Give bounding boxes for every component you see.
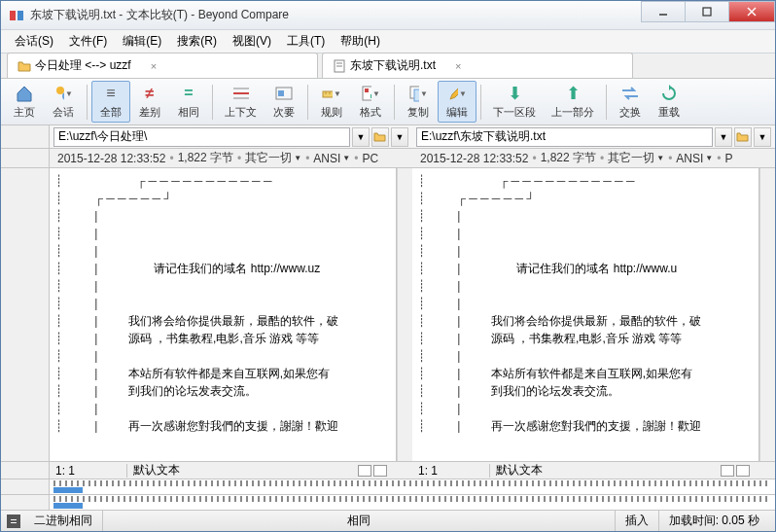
all-button[interactable]: ≡全部 bbox=[91, 81, 130, 123]
minor-icon bbox=[274, 86, 294, 101]
left-path-input[interactable] bbox=[53, 127, 350, 147]
thumbnail-gutter[interactable] bbox=[1, 168, 50, 461]
app-window: 东坡下载说明.txt - 文本比较(T) - Beyond Compare 会话… bbox=[0, 0, 776, 532]
format-icon bbox=[361, 85, 371, 102]
svg-rect-24 bbox=[414, 89, 419, 101]
tab-close-icon[interactable]: × bbox=[455, 60, 461, 72]
left-size: 1,822 字节 bbox=[178, 150, 233, 166]
right-encoding-button[interactable]: ANSI▼ bbox=[676, 152, 713, 165]
svg-rect-0 bbox=[10, 11, 16, 20]
right-text-view[interactable]: ┊ ┌ ─ ─ ─ ─ ─ ─ ─ ─ ─ ─ ─ ┊ ┌ ─ ─ ─ ─ ─ … bbox=[412, 168, 758, 461]
app-icon bbox=[9, 8, 24, 23]
left-browse-drop[interactable]: ▼ bbox=[391, 127, 408, 147]
indicator-box bbox=[373, 465, 387, 477]
menu-tools[interactable]: 工具(T) bbox=[279, 30, 333, 53]
folder-open-icon bbox=[373, 131, 387, 143]
left-path-pane: ▼ ▼ bbox=[50, 125, 412, 148]
right-browse-button[interactable] bbox=[734, 127, 752, 147]
tab-close-icon[interactable]: × bbox=[151, 60, 157, 72]
right-path-input[interactable] bbox=[416, 127, 713, 147]
home-button[interactable]: 主页 bbox=[5, 82, 44, 122]
left-scrollbar[interactable] bbox=[397, 168, 412, 461]
copy-button[interactable]: ▼复制 bbox=[399, 82, 438, 122]
overview-map[interactable] bbox=[1, 479, 775, 494]
same-button[interactable]: =相同 bbox=[169, 82, 208, 122]
diff-button[interactable]: ≠差别 bbox=[130, 82, 169, 122]
right-position-pane: 1: 1 默认文本 bbox=[412, 462, 775, 479]
swap-button[interactable]: 交换 bbox=[611, 82, 650, 122]
right-dropdown-button[interactable]: ▼ bbox=[715, 127, 732, 147]
swap-icon bbox=[620, 86, 640, 101]
left-timestamp: 2015-12-28 12:33:52 bbox=[57, 152, 165, 165]
menu-session[interactable]: 会话(S) bbox=[7, 30, 61, 53]
left-pane: ┊ ┌ ─ ─ ─ ─ ─ ─ ─ ─ ─ ─ ─ ┊ ┌ ─ ─ ─ ─ ─ … bbox=[50, 168, 397, 461]
menu-edit[interactable]: 编辑(E) bbox=[115, 30, 169, 53]
left-dropdown-button[interactable]: ▼ bbox=[352, 127, 370, 147]
close-button[interactable] bbox=[728, 1, 775, 22]
title-bar: 东坡下载说明.txt - 文本比较(T) - Beyond Compare bbox=[1, 1, 775, 30]
pencil-icon bbox=[447, 85, 458, 102]
format-button[interactable]: ▼格式 bbox=[351, 82, 390, 122]
tab-folder-compare[interactable]: 今日处理 <--> uzzf × bbox=[7, 53, 318, 78]
maximize-button[interactable] bbox=[685, 1, 729, 22]
path-row: ▼ ▼ ▼ ▼ bbox=[1, 125, 775, 149]
tab-text-compare[interactable]: 东坡下载说明.txt × bbox=[322, 53, 633, 78]
svg-rect-15 bbox=[278, 90, 284, 96]
info-row: 2015-12-28 12:33:52 • 1,822 字节 • 其它一切▼ •… bbox=[1, 149, 775, 168]
context-icon bbox=[231, 86, 251, 101]
indicator-box bbox=[721, 465, 734, 477]
rules-button[interactable]: ▼规则 bbox=[312, 82, 351, 122]
minimize-button[interactable] bbox=[641, 1, 686, 22]
tab-label: 东坡下载说明.txt bbox=[350, 57, 436, 74]
svg-rect-16 bbox=[323, 91, 333, 97]
right-scrollbar[interactable] bbox=[759, 168, 775, 461]
menu-help[interactable]: 帮助(H) bbox=[333, 30, 388, 53]
minor-button[interactable]: 次要 bbox=[265, 82, 303, 122]
right-timestamp: 2015-12-28 12:33:52 bbox=[420, 152, 528, 165]
menu-bar: 会话(S) 文件(F) 编辑(E) 搜索(R) 视图(V) 工具(T) 帮助(H… bbox=[1, 30, 775, 53]
right-browse-drop[interactable]: ▼ bbox=[754, 127, 771, 147]
context-button[interactable]: 上下文 bbox=[217, 82, 265, 122]
svg-text:=: = bbox=[10, 514, 17, 528]
edit-button[interactable]: ▼编辑 bbox=[438, 81, 476, 123]
right-cursor-position: 1: 1 bbox=[412, 464, 490, 478]
status-same: 相同 bbox=[103, 511, 616, 531]
left-everything-button[interactable]: 其它一切▼ bbox=[245, 150, 301, 166]
status-equal-icon: = bbox=[7, 514, 20, 528]
left-browse-button[interactable] bbox=[371, 127, 389, 147]
status-insert: 插入 bbox=[616, 511, 659, 531]
toolbar: 主页 ▼会话 ≡全部 ≠差别 =相同 上下文 次要 ▼规则 ▼格式 ▼复制 ▼编… bbox=[1, 79, 775, 125]
next-section-button[interactable]: ⬇下一区段 bbox=[485, 82, 544, 122]
folder-icon bbox=[18, 59, 31, 73]
menu-search[interactable]: 搜索(R) bbox=[169, 30, 225, 53]
left-encoding-button[interactable]: ANSI▼ bbox=[313, 152, 350, 165]
home-icon bbox=[15, 84, 34, 103]
position-row: 1: 1 默认文本 1: 1 默认文本 bbox=[1, 461, 775, 479]
status-bar: = 二进制相同 相同 插入 加载时间: 0.05 秒 bbox=[1, 510, 775, 531]
svg-point-9 bbox=[56, 87, 64, 94]
left-text-view[interactable]: ┊ ┌ ─ ─ ─ ─ ─ ─ ─ ─ ─ ─ ─ ┊ ┌ ─ ─ ─ ─ ─ … bbox=[50, 168, 396, 461]
session-tab-bar: 今日处理 <--> uzzf × 东坡下载说明.txt × bbox=[1, 53, 775, 79]
left-platform: PC bbox=[362, 152, 378, 165]
sessions-button[interactable]: ▼会话 bbox=[44, 82, 83, 122]
folder-open-icon bbox=[736, 131, 750, 143]
right-platform: P bbox=[724, 152, 732, 165]
svg-rect-21 bbox=[365, 89, 369, 92]
ruler-icon bbox=[322, 85, 333, 102]
indicator-box bbox=[358, 465, 371, 477]
status-load-time: 加载时间: 0.05 秒 bbox=[659, 511, 769, 531]
svg-rect-1 bbox=[18, 11, 23, 20]
left-position-pane: 1: 1 默认文本 bbox=[50, 462, 412, 479]
overview-map-2[interactable] bbox=[1, 494, 775, 510]
right-everything-button[interactable]: 其它一切▼ bbox=[608, 150, 664, 166]
reload-button[interactable]: 重载 bbox=[650, 82, 688, 122]
right-text-mode: 默认文本 bbox=[490, 462, 717, 479]
status-binary: 二进制相同 bbox=[24, 511, 103, 531]
indicator-box bbox=[736, 465, 750, 477]
svg-rect-3 bbox=[703, 8, 711, 16]
menu-file[interactable]: 文件(F) bbox=[61, 30, 115, 53]
left-cursor-position: 1: 1 bbox=[50, 464, 127, 478]
menu-view[interactable]: 视图(V) bbox=[225, 30, 279, 53]
copy-icon bbox=[408, 85, 419, 102]
prev-part-button[interactable]: ⬆上一部分 bbox=[544, 82, 602, 122]
